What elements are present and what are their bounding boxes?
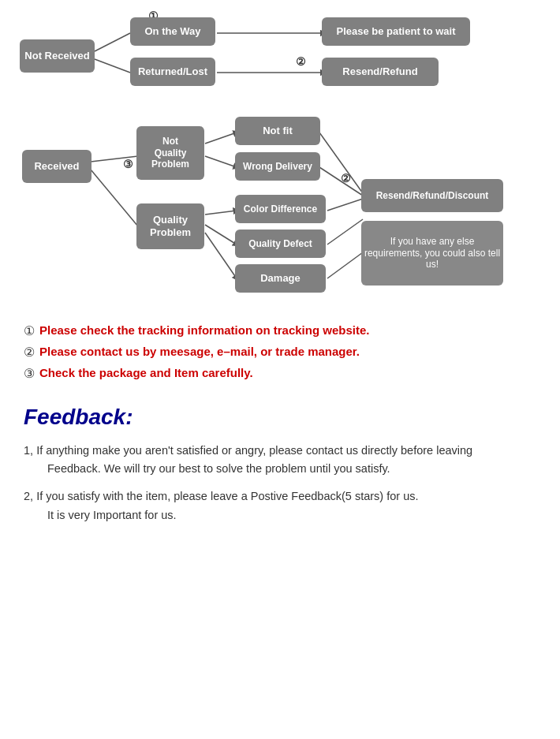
note-item-3: ③ Check the package and Item carefully.	[24, 366, 544, 381]
note-num-1: ①	[24, 323, 35, 338]
svg-line-1	[95, 59, 130, 73]
feedback-item-2-prefix: 2,	[24, 490, 36, 502]
svg-line-6	[205, 132, 237, 144]
note-num-3: ③	[24, 366, 35, 381]
box-resend-refund: Resend/Refund	[322, 58, 439, 86]
circle-num-2b: ②	[341, 172, 351, 185]
feedback-title: Feedback:	[24, 405, 536, 430]
box-not-received: Not Received	[20, 39, 95, 73]
svg-line-5	[91, 170, 138, 226]
feedback-item-1-prefix: 1,	[24, 444, 36, 457]
circle-num-3: ③	[123, 158, 133, 170]
feedback-section: Feedback: 1, If anything make you aren't…	[16, 405, 544, 524]
svg-line-13	[327, 199, 363, 211]
box-color-difference: Color Difference	[235, 195, 326, 223]
note-text-2: Please contact us by meesage, e–mail, or…	[39, 345, 360, 358]
flowchart: ① ② ③ ② Not Received On the Way Returned…	[16, 8, 544, 315]
svg-line-14	[327, 219, 363, 244]
feedback-item-2-sub: It is very Important for us.	[47, 509, 177, 521]
box-quality-problem: QualityProblem	[136, 203, 204, 249]
notes-section: ① Please check the tracking information …	[24, 323, 544, 381]
feedback-item-1: 1, If anything make you aren't satisfied…	[24, 442, 536, 478]
box-on-the-way: On the Way	[130, 17, 215, 46]
box-returned-lost: Returned/Lost	[130, 58, 215, 86]
feedback-item-2: 2, If you satisfy with the item, please …	[24, 487, 536, 524]
feedback-item-2-main: If you satisfy with the item, please lea…	[36, 490, 418, 502]
box-if-requirements: If you have any else requirements, you c…	[361, 221, 503, 286]
svg-line-8	[205, 211, 237, 215]
box-please-wait: Please be patient to wait	[322, 17, 470, 46]
box-not-quality: NotQualityProblem	[136, 126, 204, 180]
note-item-1: ① Please check the tracking information …	[24, 323, 544, 338]
box-wrong-delivery: Wrong Delivery	[235, 152, 320, 181]
feedback-item-1-sub: Feedback. We will try our best to solve …	[47, 462, 390, 475]
feedback-item-1-main: If anything make you aren't satisfied or…	[36, 444, 472, 457]
note-num-2: ②	[24, 345, 35, 360]
note-text-1: Please check the tracking information on…	[39, 323, 369, 337]
svg-line-10	[205, 233, 237, 278]
box-not-fit: Not fit	[235, 117, 320, 145]
box-resend-refund-discount: Resend/Refund/Discount	[361, 179, 503, 212]
svg-line-0	[95, 33, 130, 51]
box-quality-defect: Quality Defect	[235, 230, 326, 258]
svg-line-15	[327, 252, 363, 278]
box-damage: Damage	[235, 264, 326, 293]
circle-num-2: ②	[296, 55, 306, 68]
svg-line-7	[205, 156, 237, 167]
box-received: Received	[22, 150, 91, 183]
note-item-2: ② Please contact us by meesage, e–mail, …	[24, 345, 544, 360]
note-text-3: Check the package and Item carefully.	[39, 366, 253, 379]
svg-line-9	[205, 225, 237, 244]
